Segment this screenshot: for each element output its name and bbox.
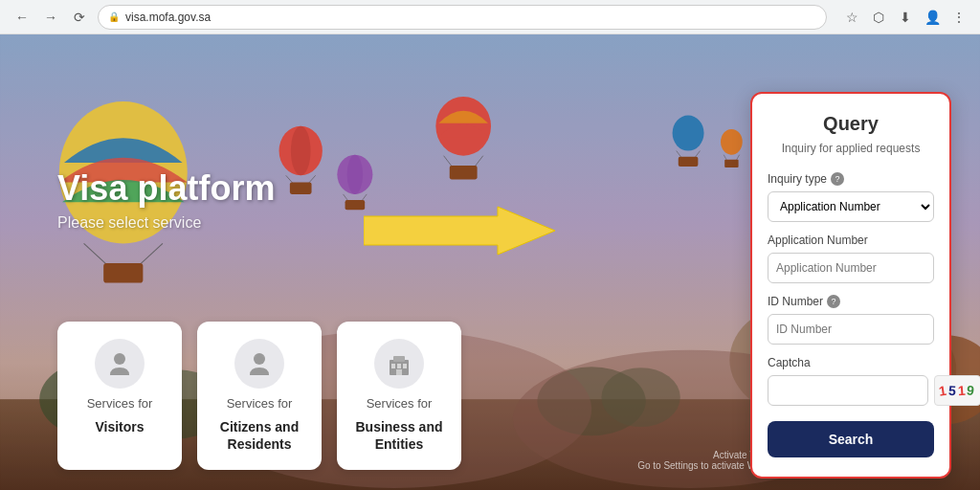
svg-line-15 [138,243,163,266]
svg-line-28 [677,151,682,159]
captcha-row: 1519 ↻ [768,375,934,406]
visitors-services-label: Services for [87,396,153,411]
svg-line-19 [286,175,294,184]
svg-point-18 [291,126,311,176]
captcha-field: Captcha 1519 ↻ [768,356,934,406]
visitors-type-label: Visitors [95,418,144,435]
svg-rect-47 [403,364,407,368]
id-number-label: ID Number ? [768,295,934,308]
svg-rect-26 [345,200,366,210]
svg-line-24 [344,194,349,202]
business-type-label: Business and Entities [348,418,450,453]
svg-point-23 [347,155,363,194]
svg-line-25 [361,194,367,202]
star-button[interactable]: ☆ [842,8,861,27]
svg-point-5 [537,367,645,435]
svg-point-41 [114,353,125,365]
svg-rect-16 [103,263,143,283]
back-button[interactable]: ← [11,7,33,28]
svg-point-27 [673,115,704,150]
hero-section: Visa platform Please select service [57,168,275,232]
inquiry-help-icon[interactable]: ? [831,172,844,186]
svg-point-17 [279,126,323,176]
arrow-indicator [364,202,555,259]
search-button[interactable]: Search [768,421,934,457]
extensions-button[interactable]: ⬡ [869,8,888,27]
svg-line-20 [307,175,315,184]
svg-rect-44 [393,356,405,362]
svg-rect-48 [396,369,402,375]
profile-button[interactable]: 👤 [923,8,942,27]
citizens-type-label: Citizens and Residents [209,418,310,453]
forward-button[interactable]: → [40,7,61,28]
app-number-field: Application Number [768,234,934,283]
svg-rect-45 [391,364,395,368]
secure-icon: 🔒 [108,11,120,22]
app-number-label: Application Number [768,234,934,247]
svg-point-31 [721,129,743,155]
svg-marker-40 [364,207,555,255]
citizens-services-label: Services for [227,396,293,411]
svg-line-33 [736,155,740,162]
inquiry-type-select[interactable]: Application Number Visa Number Passport … [768,191,934,222]
business-card[interactable]: Services for Business and Entities [337,322,461,470]
query-title: Query [768,113,934,135]
menu-button[interactable]: ⋮ [949,8,969,27]
query-panel: Query Inquiry for applied requests Inqui… [750,92,951,479]
url-text: visa.mofa.gov.sa [125,11,816,24]
svg-rect-34 [724,160,738,167]
svg-point-22 [337,155,372,194]
captcha-label: Captcha [768,356,934,369]
browser-actions: ☆ ⬡ ⬇ 👤 ⋮ [842,8,969,27]
business-services-label: Services for [367,396,433,411]
url-bar[interactable]: 🔒 visa.mofa.gov.sa [98,5,827,30]
svg-line-37 [473,156,482,168]
svg-line-32 [724,155,727,162]
id-number-field: ID Number ? [768,295,934,345]
service-cards: Services for Visitors Services for Citiz… [57,322,461,470]
svg-rect-46 [397,364,401,368]
svg-point-6 [601,368,679,427]
svg-point-42 [254,353,265,365]
svg-rect-30 [679,157,699,167]
id-help-icon[interactable]: ? [827,295,840,308]
visitors-icon [95,339,145,389]
page-title: Visa platform [57,168,275,209]
svg-rect-38 [450,166,478,179]
refresh-button[interactable]: ⟳ [69,7,90,28]
app-number-input[interactable] [768,253,934,283]
main-content: Visa platform Please select service Serv… [0,34,980,490]
svg-rect-21 [290,183,312,194]
captcha-image: 1519 [934,375,980,406]
captcha-input[interactable] [768,375,928,406]
browser-chrome: ← → ⟳ 🔒 visa.mofa.gov.sa ☆ ⬡ ⬇ 👤 ⋮ [0,0,980,34]
svg-line-36 [444,156,454,168]
svg-point-35 [435,97,491,156]
id-number-input[interactable] [768,314,934,345]
svg-line-29 [694,151,700,159]
inquiry-type-label: Inquiry type ? [768,172,934,186]
svg-line-14 [84,243,109,266]
query-subtitle: Inquiry for applied requests [768,141,934,157]
download-button[interactable]: ⬇ [896,8,915,27]
page-subtitle: Please select service [57,214,275,232]
business-icon [374,339,424,389]
citizens-card[interactable]: Services for Citizens and Residents [197,322,322,470]
citizens-icon [234,339,284,389]
inquiry-type-field: Inquiry type ? Application Number Visa N… [768,172,934,222]
visitors-card[interactable]: Services for Visitors [57,322,182,470]
